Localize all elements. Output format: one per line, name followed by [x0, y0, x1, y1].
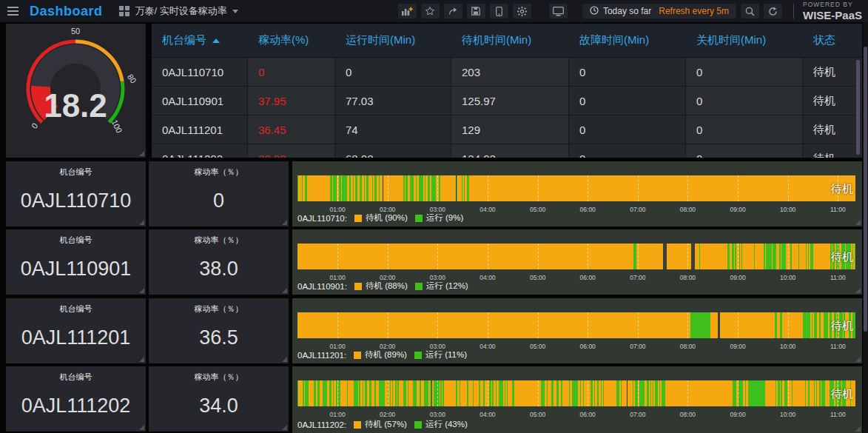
panel-resize-handle[interactable]: [855, 220, 861, 225]
card-value: 0AJL110901: [6, 258, 146, 281]
menu-icon[interactable]: [0, 0, 25, 22]
breadcrumb[interactable]: 万泰/ 实时设备稼动率: [119, 4, 238, 18]
table-row[interactable]: 0AJL111202 33.98 68.08 134.02 0 0 待机: [152, 144, 862, 158]
cell-shutdown: 0: [686, 115, 803, 144]
axis-tick-label: 11:00: [830, 206, 846, 213]
gauge-tick-label: 80: [126, 73, 138, 85]
add-panel-button[interactable]: [397, 3, 417, 19]
standby-legend-swatch: [354, 352, 361, 359]
refresh-icon: [768, 7, 778, 16]
axis-tick-label: 08:00: [680, 343, 696, 350]
panel-resize-handle[interactable]: [139, 220, 144, 225]
rate-card: 稼动率（％） 34.0: [149, 366, 289, 432]
card-title: 稼动率（％）: [149, 161, 289, 178]
save-button[interactable]: [466, 3, 486, 19]
legend-standby-label[interactable]: 待机 (90%): [366, 212, 408, 224]
legend-run-label[interactable]: 运行 (43%): [425, 419, 468, 430]
axis-tick-label: 06:00: [580, 343, 596, 350]
share-button[interactable]: [443, 3, 463, 19]
app-logo[interactable]: Dashboard: [30, 4, 103, 19]
axis-tick-label: 02:00: [380, 411, 395, 418]
table-scrollbar[interactable]: [856, 60, 860, 155]
hour-gridline: [488, 244, 488, 269]
cell-shutdown: 0: [686, 87, 803, 115]
table-row[interactable]: 0AJL110901 37.95 77.03 125.97 0 0 待机: [152, 87, 862, 115]
status-timeline-panel: 待机 01:0002:0003:0004:0005:0006:0007:0008…: [292, 229, 862, 295]
legend-standby-label[interactable]: 待机 (89%): [365, 349, 407, 360]
panel-resize-handle[interactable]: [139, 357, 144, 362]
col-header-fault[interactable]: 故障时间(Min): [569, 33, 686, 47]
hour-gridline: [437, 312, 438, 338]
table-row[interactable]: 0AJL111201 36.45 74 129 0 0 待机: [152, 115, 862, 144]
hour-gridline: [337, 312, 338, 338]
legend-run-label[interactable]: 运行 (11%): [425, 349, 467, 360]
gauge-tick-label: 0: [30, 121, 39, 130]
cell-runtime: 0: [335, 58, 451, 86]
panel-resize-handle[interactable]: [282, 357, 287, 362]
status-timeline-panel: 待机 01:0002:0003:0004:0005:0006:0007:0008…: [292, 298, 862, 363]
clock-icon: [590, 4, 599, 18]
timeline-chart-area: 待机 01:0002:0003:0004:0005:0006:0007:0008…: [297, 175, 855, 201]
panel-resize-handle[interactable]: [282, 220, 287, 225]
panel-resize-handle[interactable]: [855, 288, 861, 293]
axis-tick-label: 09:00: [730, 206, 745, 213]
table-row[interactable]: 0AJL110710 0 0 203 0 0 待机: [152, 58, 862, 87]
machine-table-panel: 机台编号 稼动率(%) 运行时间(Min) 待机时间(Min) 故障时间(Min…: [152, 24, 862, 158]
rate-card: 稼动率（％） 36.5: [149, 298, 289, 363]
cell-machine-id: 0AJL111201: [152, 115, 248, 144]
status-timeline-panel: 待机 01:0002:0003:0004:0005:0006:0007:0008…: [292, 161, 862, 226]
panel-resize-handle[interactable]: [282, 425, 287, 430]
refresh-button[interactable]: [763, 3, 783, 19]
time-range-picker[interactable]: Today so far Refresh every 5m: [582, 3, 737, 19]
col-header-status[interactable]: 状态: [803, 33, 862, 47]
col-header-shutdown[interactable]: 关机时间(Min): [686, 33, 803, 47]
panel-resize-handle[interactable]: [139, 425, 144, 430]
panel-resize-handle[interactable]: [139, 288, 144, 293]
status-bar: [297, 244, 855, 269]
status-timeline-panel: 待机 01:0002:0003:0004:0005:0006:0007:0008…: [292, 366, 862, 433]
machine-id-card: 机台编号 0AJL111201: [6, 298, 146, 363]
timeline-chart-area: 待机 01:0002:0003:0004:0005:0006:0007:0008…: [297, 244, 855, 269]
star-button[interactable]: [420, 3, 440, 19]
page-scrollbar-thumb[interactable]: [864, 47, 867, 332]
legend-standby-label[interactable]: 待机 (57%): [365, 419, 407, 430]
machine-id-card: 机台编号 0AJL110710: [6, 161, 146, 226]
panel-resize-handle[interactable]: [139, 151, 144, 156]
settings-button[interactable]: [512, 3, 532, 19]
col-header-machine-id[interactable]: 机台编号: [152, 33, 248, 47]
cell-fault: 0: [569, 87, 686, 115]
hour-gridline: [488, 175, 488, 201]
axis-tick-label: 11:00: [830, 343, 846, 350]
axis-tick-label: 04:00: [480, 343, 495, 350]
axis-tick-label: 05:00: [530, 206, 545, 213]
panel-resize-handle[interactable]: [855, 426, 861, 432]
share-icon: [448, 7, 458, 16]
legend-run-label[interactable]: 运行 (9%): [426, 212, 463, 224]
hour-gridline: [588, 380, 588, 406]
legend-standby-label[interactable]: 待机 (88%): [366, 281, 408, 292]
col-header-standby[interactable]: 待机时间(Min): [451, 33, 569, 47]
card-title: 稼动率（％）: [149, 366, 289, 383]
hour-gridline: [337, 380, 338, 406]
add-panel-icon: [402, 7, 413, 16]
panel-resize-handle[interactable]: [282, 288, 287, 293]
hour-gridline: [588, 312, 588, 338]
panel-resize-handle[interactable]: [855, 357, 861, 362]
navbar: Dashboard 万泰/ 实时设备稼动率: [0, 0, 868, 22]
cell-standby: 129: [451, 115, 569, 144]
star-icon: [425, 7, 434, 16]
hour-gridline: [538, 175, 539, 201]
tv-mode-button[interactable]: [548, 3, 568, 19]
cell-standby: 134.02: [451, 144, 569, 158]
col-header-rate[interactable]: 稼动率(%): [248, 33, 335, 47]
standby-legend-swatch: [354, 283, 362, 290]
card-value: 0: [149, 189, 289, 212]
zoom-out-button[interactable]: [740, 3, 760, 19]
card-value: 34.0: [149, 395, 289, 417]
legend-run-label[interactable]: 运行 (12%): [426, 281, 468, 292]
col-header-runtime[interactable]: 运行时间(Min): [335, 33, 451, 47]
card-title: 机台编号: [6, 366, 146, 383]
mobile-button[interactable]: [489, 3, 509, 19]
monitor-icon: [553, 7, 564, 16]
axis-tick-label: 04:00: [480, 411, 495, 418]
